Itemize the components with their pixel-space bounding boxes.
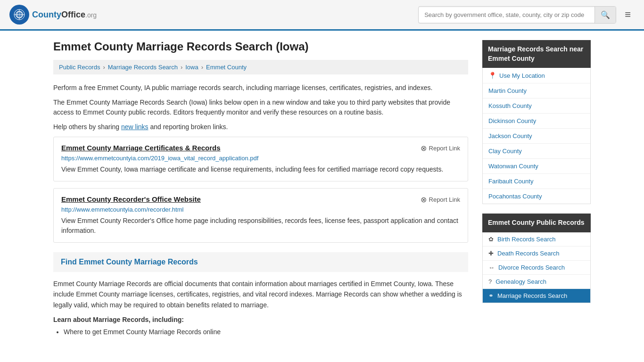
nearby-list: 📍 Use My Location Martin County Kossuth … (482, 68, 591, 204)
breadcrumb-emmet-county[interactable]: Emmet County (206, 64, 247, 71)
breadcrumb-public-records[interactable]: Public Records (59, 64, 100, 71)
link-card-2-url[interactable]: http://www.emmetcountyia.com/recorder.ht… (61, 206, 460, 213)
sidebar-county-4[interactable]: Jackson County (483, 129, 590, 144)
birth-records-link[interactable]: Birth Records Search (497, 236, 556, 243)
logo-text: CountyOffice.org (32, 10, 97, 20)
list-item: Where to get Emmet County Marriage Recor… (64, 326, 468, 338)
death-records-link[interactable]: Death Records Search (497, 250, 560, 257)
menu-button[interactable]: ≡ (621, 7, 635, 23)
use-location-link[interactable]: Use My Location (499, 72, 545, 79)
intro-para3-start: Help others by sharing (53, 123, 121, 131)
logo-area[interactable]: CountyOffice.org (9, 5, 97, 25)
link-card-2: Emmet County Recorder's Office Website ⊗… (53, 188, 468, 243)
site-header: CountyOffice.org 🔍 ≡ (0, 0, 644, 31)
genealogy-link[interactable]: Genealogy Search (495, 278, 546, 285)
pub-death-records[interactable]: ✚ Death Records Search (483, 247, 590, 261)
sidebar-county-7[interactable]: Faribault County (483, 174, 590, 189)
pub-birth-records[interactable]: ✿ Birth Records Search (483, 232, 590, 247)
public-records-box: Emmet County Public Records ✿ Birth Reco… (482, 214, 591, 303)
page-title: Emmet County Marriage Records Search (Io… (53, 40, 468, 53)
intro-para3-end: and reporting broken links. (149, 123, 228, 131)
logo-office-text: Office (61, 10, 85, 19)
sidebar-county-3-link[interactable]: Dickinson County (488, 117, 536, 124)
sidebar-county-4-link[interactable]: Jackson County (488, 132, 532, 140)
report-link-2[interactable]: ⊗ Report Link (421, 195, 460, 204)
find-section-header: Find Emmet County Marriage Records (53, 252, 468, 272)
link-card-1-desc: View Emmet County, Iowa marriage certifi… (61, 165, 460, 174)
genealogy-icon: ? (488, 278, 492, 285)
find-section-list: Where to get Emmet County Marriage Recor… (53, 326, 468, 338)
link-card-2-desc: View Emmet County Recorder's Office home… (61, 216, 460, 236)
search-button[interactable]: 🔍 (594, 7, 616, 23)
link-card-1-title[interactable]: Emmet County Marriage Certificates & Rec… (61, 144, 221, 152)
breadcrumb-iowa[interactable]: Iowa (185, 64, 198, 71)
sidebar-county-6[interactable]: Watonwan County (483, 159, 590, 174)
marriage-icon: ⚭ (488, 292, 494, 299)
sidebar-county-2[interactable]: Kossuth County (483, 99, 590, 114)
public-records-list: ✿ Birth Records Search ✚ Death Records S… (482, 232, 591, 303)
sep1: › (103, 64, 105, 71)
main-container: Emmet County Marriage Records Search (Io… (44, 31, 600, 347)
intro-para3: Help others by sharing new links and rep… (53, 122, 468, 132)
nearby-heading: Marriage Records Search near Emmet Count… (482, 40, 591, 68)
find-section-subtitle: Learn about Marriage Records, including: (53, 316, 468, 323)
sidebar: Marriage Records Search near Emmet Count… (482, 40, 591, 338)
link-card-1: Emmet County Marriage Certificates & Rec… (53, 137, 468, 181)
breadcrumb: Public Records › Marriage Records Search… (53, 60, 468, 74)
report-label-2: Report Link (429, 196, 460, 203)
logo-county-text: County (32, 10, 61, 19)
sidebar-county-6-link[interactable]: Watonwan County (488, 163, 538, 170)
sidebar-county-1[interactable]: Martin County (483, 83, 590, 99)
link-card-1-url[interactable]: https://www.emmetcountyia.com/2019_iowa_… (61, 155, 460, 162)
pub-genealogy[interactable]: ? Genealogy Search (483, 275, 590, 289)
link-card-2-title[interactable]: Emmet County Recorder's Office Website (61, 195, 201, 203)
logo-icon (9, 5, 29, 25)
death-icon: ✚ (488, 250, 494, 257)
report-icon-1: ⊗ (421, 144, 427, 153)
sidebar-county-8-link[interactable]: Pocahontas County (488, 193, 542, 200)
nearby-box: Marriage Records Search near Emmet Count… (482, 40, 591, 204)
search-bar[interactable]: 🔍 (418, 6, 616, 24)
find-section-title: Find Emmet County Marriage Records (61, 258, 461, 266)
sep2: › (181, 64, 182, 71)
pub-divorce-records[interactable]: ↔ Divorce Records Search (483, 261, 590, 275)
report-icon-2: ⊗ (421, 195, 427, 204)
divorce-records-link[interactable]: Divorce Records Search (498, 264, 565, 271)
divorce-icon: ↔ (488, 264, 495, 271)
location-icon: 📍 (488, 72, 496, 79)
pub-marriage-records[interactable]: ⚭ Marriage Records Search (483, 289, 590, 303)
sep3: › (201, 64, 203, 71)
sidebar-county-5[interactable]: Clay County (483, 144, 590, 159)
report-label-1: Report Link (429, 145, 460, 152)
use-location-item[interactable]: 📍 Use My Location (483, 68, 590, 83)
logo-org-text: .org (85, 11, 97, 19)
sidebar-county-7-link[interactable]: Faribault County (488, 178, 533, 185)
intro-para2: The Emmet County Marriage Records Search… (53, 98, 468, 117)
link-card-2-header: Emmet County Recorder's Office Website ⊗… (61, 195, 460, 204)
report-link-1[interactable]: ⊗ Report Link (421, 144, 460, 153)
breadcrumb-marriage-records[interactable]: Marriage Records Search (108, 64, 178, 71)
sidebar-county-2-link[interactable]: Kossuth County (488, 102, 532, 109)
sidebar-county-5-link[interactable]: Clay County (488, 148, 522, 155)
public-records-heading: Emmet County Public Records (482, 214, 591, 232)
find-section-body: Emmet County Marriage Records are offici… (53, 279, 468, 310)
header-right: 🔍 ≡ (418, 6, 635, 24)
sidebar-county-8[interactable]: Pocahontas County (483, 189, 590, 204)
marriage-records-link[interactable]: Marriage Records Search (497, 292, 567, 299)
birth-icon: ✿ (488, 236, 494, 243)
sidebar-county-3[interactable]: Dickinson County (483, 114, 590, 129)
link-card-1-header: Emmet County Marriage Certificates & Rec… (61, 144, 460, 153)
content-area: Emmet County Marriage Records Search (Io… (53, 40, 468, 338)
search-input[interactable] (419, 8, 594, 22)
sidebar-county-1-link[interactable]: Martin County (488, 87, 527, 94)
new-links-link[interactable]: new links (121, 123, 149, 131)
intro-para1: Perform a free Emmet County, IA public m… (53, 83, 468, 93)
